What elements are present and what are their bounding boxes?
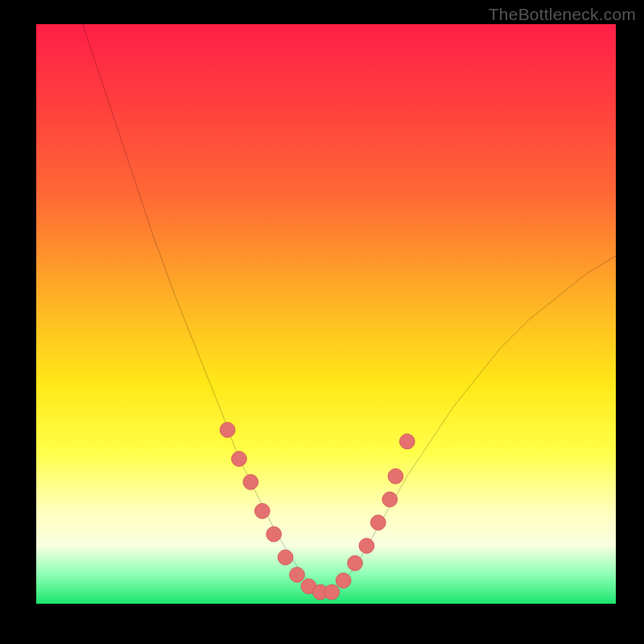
data-marker — [336, 573, 351, 588]
data-marker — [388, 469, 403, 484]
data-marker — [290, 568, 305, 583]
data-marker — [278, 550, 293, 565]
data-marker — [370, 515, 386, 530]
data-marker — [399, 434, 415, 449]
data-marker — [382, 492, 398, 507]
marker-layer — [36, 24, 616, 604]
chart-frame: TheBottleneck.com — [0, 0, 644, 644]
data-marker — [254, 503, 270, 518]
watermark-text: TheBottleneck.com — [489, 5, 636, 24]
data-marker — [232, 452, 247, 467]
data-marker — [220, 423, 235, 438]
data-marker — [243, 474, 258, 489]
data-marker — [324, 584, 340, 600]
plot-area — [36, 24, 616, 604]
data-marker — [348, 555, 363, 571]
data-marker — [266, 526, 282, 542]
data-marker — [359, 539, 374, 554]
